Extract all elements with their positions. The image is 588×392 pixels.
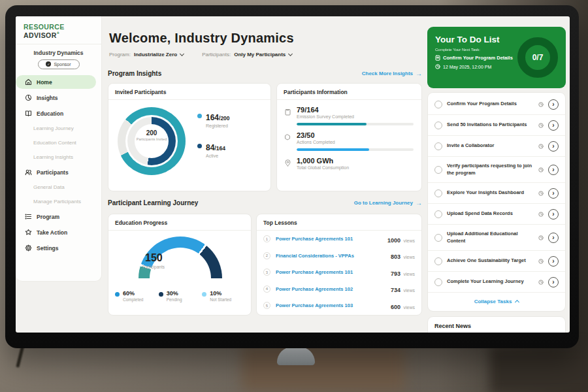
sidebar-item-label: Education Content (33, 140, 76, 146)
education-icon (25, 110, 32, 117)
task-icon (435, 55, 440, 61)
views-word: views (403, 255, 415, 259)
sponsor-badge-icon: ✓ (46, 61, 51, 67)
task-checkbox[interactable] (434, 257, 442, 265)
card-title: Invited Participants (108, 84, 270, 100)
collapse-label: Collapse Tasks (474, 299, 512, 304)
actions-icon (284, 131, 291, 144)
task-open-button[interactable]: › (548, 141, 559, 152)
sidebar-item-label: General Data (33, 184, 65, 190)
program-select[interactable]: Program: Industrialize Zero (109, 52, 184, 57)
sidebar-item-education[interactable]: Education (16, 106, 101, 120)
metric-label: Actions Completed (297, 140, 335, 144)
task-label: Confirm Your Program Details (447, 101, 534, 107)
sidebar-item-learning-journey[interactable]: Learning Journey (16, 122, 101, 135)
program-insights-header: Program Insights Check More Insights → (108, 70, 422, 77)
card-title: Participants Information (277, 84, 421, 100)
sidebar-item-home[interactable]: Home (16, 75, 96, 89)
clock-icon (538, 212, 544, 217)
task-label: Complete Your Learning Journey (447, 278, 534, 285)
sidebar-item-take-action[interactable]: Take Action (16, 225, 101, 239)
sidebar-item-education-content[interactable]: Education Content (16, 137, 101, 149)
sidebar-item-manage-participants[interactable]: Manage Participants (16, 195, 101, 208)
page-title: Welcome, Industry Dynamics (109, 31, 294, 46)
donut-legend: 164/200 Registered 84/164 Active (197, 111, 230, 158)
lesson-row: 2 Financial Considerations - VPPAs 803 v… (257, 248, 421, 265)
task-open-button[interactable]: › (548, 120, 559, 131)
sidebar-item-general-data[interactable]: General Data (16, 181, 101, 193)
legend-item-registered: 164/200 Registered (197, 111, 230, 128)
program-select-label: Program: (109, 52, 131, 57)
legend-dot (197, 114, 202, 118)
sidebar-item-program[interactable]: Program (16, 210, 101, 223)
monitor-stand (277, 347, 315, 365)
task-checkbox[interactable] (434, 101, 442, 108)
legend-label: Completed (123, 297, 143, 302)
todo-progress-ring: 0/7 (517, 37, 558, 78)
legend-dot (159, 292, 163, 297)
task-checkbox[interactable] (434, 122, 442, 129)
legend-denominator: /200 (219, 115, 230, 122)
card-title: Education Progress (108, 214, 251, 231)
lesson-views: 1000 (387, 237, 400, 244)
donut-center-label: Participants Invited (135, 137, 169, 142)
app-window: RESOURCE ADVISOR+ Industry Dynamics ✓ Sp… (16, 16, 570, 333)
program-icon (25, 213, 32, 220)
legend-value: 60% (123, 290, 143, 297)
task-open-button[interactable]: › (548, 233, 559, 243)
clock-icon (538, 102, 544, 107)
task-row: Upload Additional Educational Content › (428, 225, 565, 251)
sidebar-item-settings[interactable]: Settings (16, 241, 101, 255)
task-open-button[interactable]: › (548, 209, 559, 220)
task-checkbox[interactable] (434, 210, 442, 218)
todo-next-task-label: Confirm Your Program Details (443, 55, 513, 61)
clock-icon (538, 259, 544, 264)
home-icon (25, 78, 32, 86)
metric-label: Emission Survey Completed (297, 114, 354, 119)
collapse-tasks-link[interactable]: Collapse Tasks (428, 293, 565, 310)
lesson-rank: 4 (263, 286, 270, 293)
task-open-button[interactable]: › (548, 256, 559, 267)
task-open-button[interactable]: › (548, 277, 559, 287)
lesson-link[interactable]: Financial Considerations - VPPAs (276, 253, 385, 259)
sidebar-item-insights[interactable]: Insights (16, 91, 101, 105)
lesson-link[interactable]: Power Purchase Agreements 102 (276, 286, 385, 292)
task-checkbox[interactable] (434, 234, 442, 242)
go-to-learning-journey-link[interactable]: Go to Learning Journey → (354, 199, 422, 206)
legend-item-active: 84/164 Active (197, 141, 230, 158)
lesson-row: 4 Power Purchase Agreements 102 734 view… (257, 281, 421, 298)
chevron-down-icon (180, 51, 184, 56)
sidebar-item-label: Learning Journey (33, 125, 74, 131)
sidebar-item-label: Insights (37, 95, 58, 101)
arrow-right-icon: → (416, 70, 422, 77)
task-open-button[interactable]: › (548, 188, 559, 199)
legend-item-completed: 60% Completed (115, 290, 159, 302)
task-label: Upload Spend Data Records (447, 210, 534, 217)
lesson-link[interactable]: Power Purchase Agreements 101 (276, 269, 385, 275)
sidebar-item-label: Education (37, 110, 63, 117)
task-checkbox[interactable] (434, 189, 442, 197)
task-label: Upload Additional Educational Content (447, 231, 534, 244)
sidebar-item-participants[interactable]: Participants (16, 165, 101, 179)
legend-value: 10% (210, 290, 231, 297)
legend-value: 164 (206, 113, 219, 122)
clock-icon (538, 280, 544, 285)
lesson-link[interactable]: Power Purchase Agreements 103 (276, 302, 385, 308)
task-checkbox[interactable] (434, 142, 442, 150)
sidebar: RESOURCE ADVISOR+ Industry Dynamics ✓ Sp… (16, 16, 102, 282)
task-checkbox[interactable] (434, 166, 442, 174)
location-pin-icon (284, 157, 291, 170)
task-row: Upload Spend Data Records › (428, 204, 565, 225)
chevron-up-icon (515, 299, 519, 304)
participants-select[interactable]: Participants: Only My Participants (202, 52, 292, 57)
task-open-button[interactable]: › (548, 99, 559, 110)
metric-value: 79/164 (297, 106, 354, 114)
lesson-link[interactable]: Power Purchase Agreements 101 (276, 236, 382, 242)
education-progress-card: Education Progress 150 Participants 60% (108, 214, 252, 316)
sidebar-item-learning-insights[interactable]: Learning Insights (16, 151, 101, 163)
task-open-button[interactable]: › (548, 165, 559, 175)
check-more-insights-link[interactable]: Check More Insights → (362, 70, 422, 77)
participants-information-card: Participants Information 79/164 Emission… (276, 83, 422, 191)
views-word: views (403, 272, 415, 276)
task-checkbox[interactable] (434, 278, 442, 286)
